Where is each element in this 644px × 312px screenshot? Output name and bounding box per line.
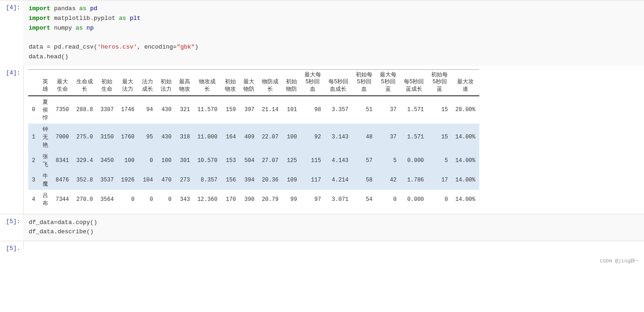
cell-1-defgrowth: 22.07 [258, 124, 282, 151]
cell-1-maxatk: 318 [175, 124, 194, 151]
cell-4-maxatk: 343 [175, 190, 194, 209]
cell-1-maxhp: 7000 [52, 124, 73, 151]
code-close-paren: ) [195, 44, 198, 50]
code-line-2: import matplotlib.pyplot as plt [29, 14, 638, 24]
output-cell-4: [4]: 英雄 最大生命 生命成长 初始生命 最大法力 法力成长 初始法力 [0, 66, 644, 214]
code-line-copy: df_data=data.copy() [29, 218, 638, 228]
code-line-describe: df_data.describe() [29, 227, 638, 237]
cell-0-defgrowth: 21.14 [258, 96, 282, 124]
code-describe: df_data.describe() [29, 228, 93, 235]
cell-0-maxatkspd: 28.00% [452, 96, 479, 124]
cell-4-atkgrowth: 12.360 [194, 190, 221, 209]
keyword-import3: import [29, 25, 50, 31]
code-line-4: data = pd.read_csv('heros.csv', encoding… [29, 43, 638, 52]
code-read-csv: data = pd.read_csv( [29, 44, 97, 50]
cell-4-initmp5: 0 [427, 190, 452, 209]
cell-3-defgrowth: 20.36 [258, 170, 282, 190]
string-filename: 'heros.csv' [97, 44, 137, 50]
cell-0-maxdef: 397 [240, 96, 258, 124]
col-header-atkgrowth: 物攻成长 [194, 69, 221, 95]
cell-0-initatk: 159 [221, 96, 240, 124]
col-header-initregen5: 初始每5秒回血 [352, 69, 376, 95]
output-content-4: 英雄 最大生命 生命成长 初始生命 最大法力 法力成长 初始法力 最高物攻 物攻… [23, 66, 644, 214]
cell-5-continuation: [5]. [0, 241, 644, 256]
code-copy: df_data=data.copy() [29, 219, 97, 226]
cell-2-initregen: 57 [352, 151, 376, 170]
row-idx-2: 2 [28, 151, 39, 170]
cell-3-maxdef: 394 [240, 170, 258, 190]
cell-1-initmp: 430 [157, 124, 175, 151]
col-header-initmp: 初始法力 [157, 69, 175, 95]
code-line-3: import numpy as np [29, 24, 638, 33]
cell-3-inithp: 3537 [97, 170, 118, 190]
cell-0-maxmp: 1746 [118, 96, 138, 124]
code-text2: matplotlib.pyplot [54, 15, 119, 22]
col-header-maxmp5: 最大每5秒回蓝 [376, 69, 400, 95]
cell-1-maxmp: 1760 [118, 124, 138, 151]
keyword-import2: import [29, 15, 50, 22]
cell-3-initregen: 58 [352, 170, 376, 190]
cell-1-initregen: 48 [352, 124, 376, 151]
cell-4-defgrowth: 20.79 [258, 190, 282, 209]
alias-np: np [87, 25, 94, 31]
row-idx-1: 1 [28, 124, 39, 151]
code-text3: numpy [54, 25, 76, 31]
cell-2-atkgrowth: 10.570 [194, 151, 221, 170]
col-header-maxatk: 最高物攻 [175, 69, 194, 95]
watermark: CSDN @jing静~ [0, 256, 644, 266]
cell-3-maxatkspd: 14.00% [452, 170, 479, 190]
cell-4-mp5growth: 0.000 [400, 190, 427, 209]
col-header-initdef: 初始物防 [282, 69, 301, 95]
cell-2-regengrowth: 4.143 [325, 151, 352, 170]
cell-3-initmp5: 17 [427, 170, 452, 190]
col-header-initmp5: 初始每5秒回蓝 [427, 69, 452, 95]
cell-1-initmp5: 15 [427, 124, 452, 151]
code-head: data.head() [29, 53, 68, 60]
hero-name-4: 吕布 [39, 190, 52, 209]
cell-2-inithp: 3450 [97, 151, 118, 170]
cell-4-maxmp: 0 [118, 190, 138, 209]
cell-1-mp5growth: 1.571 [400, 124, 427, 151]
cell-1-hpgrowth: 275.0 [73, 124, 97, 151]
table-row: 4 吕布 7344 270.0 3564 0 0 0 343 12.360 17… [28, 190, 479, 209]
cell-3-maxregen: 117 [301, 170, 325, 190]
cell-2-maxregen: 115 [301, 151, 325, 170]
col-header-hpgrowth: 生命成长 [73, 69, 97, 95]
row-idx-3: 3 [28, 170, 39, 190]
cell-label-4: [4]: [0, 0, 23, 15]
cell-4-regengrowth: 3.071 [325, 190, 352, 209]
col-header-mpgrowth: 法力成长 [138, 69, 157, 95]
code-cell-5: [5]: df_data=data.copy() df_data.describ… [0, 214, 644, 241]
cell-content-5b [23, 241, 644, 249]
table-row: 0 夏侯悖 7350 288.8 3307 1746 94 430 321 11… [28, 96, 479, 124]
cell-3-maxmp5: 42 [376, 170, 400, 190]
cell-2-maxatkspd: 14.00% [452, 151, 479, 170]
cell-3-regengrowth: 4.214 [325, 170, 352, 190]
cell-0-maxhp: 7350 [52, 96, 73, 124]
cell-1-regengrowth: 3.143 [325, 124, 352, 151]
hero-name-1: 钟无艳 [39, 124, 52, 151]
cell-1-initdef: 100 [282, 124, 301, 151]
cell-2-hpgrowth: 329.4 [73, 151, 97, 170]
cell-2-maxmp: 100 [118, 151, 138, 170]
hero-name-3: 牛魔 [39, 170, 52, 190]
cell-0-maxmp5: 37 [376, 96, 400, 124]
cell-4-initmp: 0 [157, 190, 175, 209]
row-idx-4: 4 [28, 190, 39, 209]
cell-2-initmp: 100 [157, 151, 175, 170]
cell-4-initdef: 99 [282, 190, 301, 209]
cell-2-maxatk: 301 [175, 151, 194, 170]
cell-1-maxatkspd: 14.00% [452, 124, 479, 151]
cell-2-maxhp: 8341 [52, 151, 73, 170]
cell-2-maxmp5: 5 [376, 151, 400, 170]
cell-0-atkgrowth: 11.570 [194, 96, 221, 124]
cell-3-hpgrowth: 352.8 [73, 170, 97, 190]
cell-4-maxhp: 7344 [52, 190, 73, 209]
cell-4-maxmp5: 0 [376, 190, 400, 209]
cell-label-5b: [5]. [0, 241, 23, 256]
col-header-hero: 英雄 [39, 69, 52, 95]
cell-3-atkgrowth: 8.357 [194, 170, 221, 190]
code-encoding-label: , encoding= [137, 44, 177, 50]
alias-plt: plt [130, 15, 140, 22]
code-line-1: import pandas as pd [29, 4, 638, 14]
